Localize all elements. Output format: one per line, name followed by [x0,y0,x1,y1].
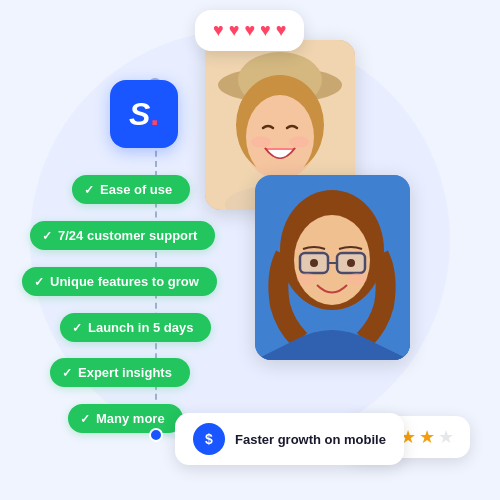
dollar-icon: $ [205,431,213,447]
heart-3: ♥ [244,20,255,41]
photo-woman-glasses [255,175,410,360]
logo-dot: . [150,98,159,130]
heart-2: ♥ [229,20,240,41]
pill-support-label: 7/24 customer support [58,228,197,243]
check-icon: ✓ [34,275,44,289]
svg-point-7 [289,136,309,148]
svg-point-17 [347,259,355,267]
growth-icon: $ [193,423,225,455]
check-icon: ✓ [80,412,90,426]
pill-ease-label: Ease of use [100,182,172,197]
check-icon: ✓ [42,229,52,243]
growth-card: $ Faster growth on mobile [175,413,404,465]
heart-4: ♥ [260,20,271,41]
pill-many-label: Many more [96,411,165,426]
heart-5: ♥ [276,20,287,41]
growth-text: Faster growth on mobile [235,432,386,447]
check-icon: ✓ [84,183,94,197]
hearts-rating-card: ♥ ♥ ♥ ♥ ♥ [195,10,304,51]
logo-badge: S. [110,80,178,148]
star-4: ★ [419,426,435,448]
pill-ease-of-use: ✓ Ease of use [72,175,190,204]
pill-many-more: ✓ Many more [68,404,183,433]
pill-unique-features: ✓ Unique features to grow [22,267,217,296]
pill-expert-label: Expert insights [78,365,172,380]
check-icon: ✓ [72,321,82,335]
svg-point-6 [251,136,271,148]
svg-point-16 [310,259,318,267]
star-5-empty: ★ [438,426,454,448]
pill-customer-support: ✓ 7/24 customer support [30,221,215,250]
heart-1: ♥ [213,20,224,41]
pill-launch: ✓ Launch in 5 days [60,313,211,342]
pill-expert-insights: ✓ Expert insights [50,358,190,387]
bottom-dot [149,428,163,442]
check-icon: ✓ [62,366,72,380]
svg-point-18 [297,273,317,285]
pill-launch-label: Launch in 5 days [88,320,193,335]
pill-unique-label: Unique features to grow [50,274,199,289]
svg-point-19 [347,273,367,285]
logo-letter: S [129,98,150,130]
